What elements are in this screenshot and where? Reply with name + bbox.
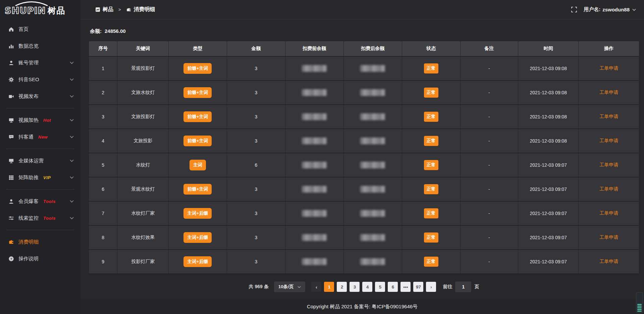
cell-time: 2021-12-03 09:08 [518, 105, 579, 129]
work-order-link[interactable]: 工单申请 [599, 259, 618, 264]
cell-action: 工单申请 [579, 225, 639, 250]
work-order-link[interactable]: 工单申请 [599, 114, 618, 119]
sidebar-item[interactable]: 线索监控Tools [0, 210, 80, 226]
user-menu[interactable]: 用户名: zswodun88 [584, 6, 636, 13]
cell-status: 正常 [402, 177, 460, 201]
cell-seq: 4 [89, 129, 117, 153]
column-header: 操作 [579, 41, 639, 56]
sidebar-item[interactable]: 数据总览 [0, 38, 80, 54]
page-button[interactable]: 5 [375, 282, 385, 292]
cell-status: 正常 [402, 250, 460, 274]
sidebar-item[interactable]: 会员爆客Tools [0, 193, 80, 210]
cell-seq: 9 [89, 250, 117, 274]
cell-keyword: 文旅水纹灯 [117, 81, 169, 105]
gear-icon [8, 76, 14, 83]
masked-balance-before [302, 65, 327, 72]
page-button[interactable]: 3 [350, 282, 360, 292]
masked-balance-before [302, 234, 327, 241]
page-button[interactable]: 6 [388, 282, 398, 292]
type-badge: 前缀+主词 [183, 184, 212, 195]
cell-time: 2021-12-03 09:07 [518, 250, 579, 274]
cell-action: 工单申请 [579, 105, 639, 129]
page-size-select[interactable]: 10条/页 [274, 281, 306, 292]
logo: SHUPIN 树品 [0, 0, 80, 21]
cell-balance-before [285, 56, 343, 81]
chevron-down-icon [632, 8, 636, 11]
status-badge: 正常 [424, 208, 438, 218]
sidebar-item[interactable]: 账号管理 [0, 54, 80, 71]
cell-note: - [460, 129, 518, 153]
cell-type: 前缀+主词 [168, 56, 227, 81]
column-header: 关键词 [117, 41, 169, 56]
cell-balance-before [285, 105, 343, 129]
cell-balance-after [343, 56, 402, 81]
floating-widget[interactable] [636, 292, 643, 313]
cell-action: 工单申请 [579, 129, 639, 153]
sidebar-item[interactable]: 抖音SEO [0, 71, 80, 88]
page-button[interactable]: 97 [413, 282, 423, 292]
chevron-down-icon [70, 119, 74, 121]
sidebar-item[interactable]: ?操作说明 [0, 250, 80, 267]
masked-balance-before [302, 89, 327, 96]
sidebar-item[interactable]: 视频加热Hot [0, 112, 80, 128]
breadcrumb-root[interactable]: 树品 [103, 6, 113, 13]
cell-balance-before [285, 225, 343, 250]
work-order-link[interactable]: 工单申请 [599, 90, 618, 95]
cell-note: - [460, 250, 518, 274]
cell-status: 正常 [402, 56, 460, 81]
cell-balance-before [285, 201, 343, 225]
goto-page: 前往 页 [443, 281, 479, 292]
content: 余额:24856.00 序号关键词类型金额扣费前余额扣费后余额状态备注时间操作 … [80, 19, 644, 299]
work-order-link[interactable]: 工单申请 [599, 210, 618, 216]
cell-balance-after [343, 225, 402, 250]
work-order-link[interactable]: 工单申请 [599, 162, 618, 167]
goto-page-input[interactable] [455, 281, 471, 292]
sidebar-item[interactable]: 全媒体运营 [0, 152, 80, 169]
cell-balance-after [343, 81, 402, 105]
page-button[interactable]: 2 [337, 282, 347, 292]
breadcrumb-current: 消费明细 [134, 6, 155, 13]
masked-balance-after [360, 113, 385, 120]
sidebar-item[interactable]: 消费明细 [0, 233, 80, 250]
user-icon [8, 60, 14, 66]
next-page-button[interactable]: › [426, 282, 436, 292]
status-badge: 正常 [424, 136, 438, 146]
wallet-icon [8, 239, 14, 245]
prev-page-button[interactable]: ‹ [311, 282, 321, 292]
type-badge: 主词+后缀 [183, 232, 212, 243]
page-button[interactable]: 4 [362, 282, 372, 292]
work-order-link[interactable]: 工单申请 [599, 138, 618, 143]
cell-seq: 6 [89, 177, 117, 201]
balance-value: 24856.00 [105, 28, 126, 34]
page-button[interactable]: 1 [324, 282, 334, 292]
copyright: Copyright 树品 2021 备案号: 粤ICP备09019646号 [307, 304, 418, 310]
topbar: 树品 > 消费明细 用户名: zswodun88 [80, 0, 644, 19]
masked-balance-after [360, 65, 385, 72]
type-badge: 前缀+主词 [183, 111, 212, 122]
cell-note: - [460, 177, 518, 201]
chevron-down-icon [70, 217, 74, 219]
type-badge: 前缀+主词 [183, 63, 212, 74]
work-order-link[interactable]: 工单申请 [599, 65, 618, 71]
sidebar: SHUPIN 树品 首页数据总览账号管理抖音SEO视频发布视频加热Hot抖客通N… [0, 0, 80, 314]
masked-balance-before [302, 113, 327, 120]
work-order-link[interactable]: 工单申请 [599, 186, 618, 192]
cell-keyword: 水纹灯效果 [117, 225, 169, 250]
cell-balance-after [343, 250, 402, 274]
sidebar-item-label: 账号管理 [18, 60, 39, 66]
widget-stripe [637, 311, 642, 312]
cell-amount: 6 [227, 153, 285, 177]
cell-balance-before [285, 177, 343, 201]
fullscreen-icon[interactable] [571, 7, 577, 12]
sidebar-item[interactable]: 视频发布 [0, 88, 80, 105]
sidebar-item[interactable]: 矩阵助推VIP [0, 169, 80, 186]
masked-balance-after [360, 210, 385, 217]
status-badge: 正常 [424, 257, 438, 267]
sidebar-item[interactable]: 抖客通New [0, 128, 80, 145]
cell-note: - [460, 105, 518, 129]
work-order-link[interactable]: 工单申请 [599, 234, 618, 240]
sidebar-item-label: 操作说明 [18, 256, 39, 262]
sidebar-item[interactable]: 首页 [0, 21, 80, 38]
sidebar-item-label: 抖音SEO [18, 76, 39, 83]
page-ellipsis-button[interactable]: ••• [400, 282, 411, 292]
